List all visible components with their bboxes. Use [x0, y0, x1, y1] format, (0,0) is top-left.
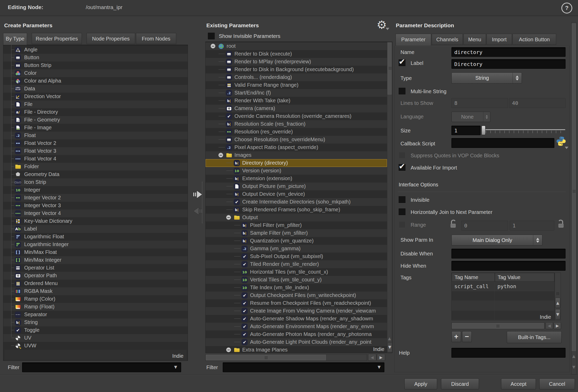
window-scroll-down-icon[interactable]: ▼ [572, 365, 575, 369]
param-type-geometry-data[interactable]: Geometry Data [3, 171, 188, 178]
param-type-integer-vector-2[interactable]: Integer Vector 2 [3, 194, 188, 202]
apply-button[interactable]: Apply [404, 379, 437, 389]
param-type-folder[interactable]: Folder [3, 163, 188, 171]
tree-hscroll-left-button[interactable]: ◀ [368, 354, 376, 361]
param-type-ramp-float[interactable]: Ramp (Float) [3, 303, 188, 311]
tree-row-auto-generate-environment-maps-render-any-envm[interactable]: ✔Auto-Generate Environment Maps (render_… [206, 323, 387, 330]
window-scroll-up-icon[interactable]: ▲ [572, 354, 575, 358]
discard-button[interactable]: Discard [441, 379, 479, 389]
tree-row-resolution-scale-res-fraction[interactable]: b|Resolution Scale (res_fraction) [206, 120, 387, 128]
tags-scroll-down-button[interactable]: ▼ [555, 309, 560, 320]
param-type-file-directory[interactable]: a/File - Directory [3, 108, 188, 116]
tree-row-root[interactable]: root [206, 42, 387, 50]
param-type-button-strip[interactable]: Button Strip [3, 62, 188, 69]
tree-row-sub-pixel-output-vm-subpixel[interactable]: ✔Sub-Pixel Output (vm_subpixel) [206, 253, 387, 260]
tree-row-create-intermediate-directories-soho-mkpath[interactable]: ✔Create Intermediate Directories (soho_m… [206, 198, 387, 206]
tree-row-extension-extension[interactable]: b|Extension (extension) [206, 175, 387, 183]
tree-row-quantization-vm-quantize[interactable]: b|Quantization (vm_quantize) [206, 237, 387, 245]
tree-row-pixel-aspect-ratio-aspect-override[interactable]: .2Pixel Aspect Ratio (aspect_override) [206, 144, 387, 151]
tags-hscrollbar-thumb[interactable] [452, 323, 544, 329]
tree-row-tiled-render-vm-tile-render[interactable]: ✔Tiled Render (vm_tile_render) [206, 260, 387, 268]
size-input[interactable] [451, 126, 481, 135]
collapse-icon[interactable] [218, 153, 223, 158]
tab-menu[interactable]: Menu [463, 34, 486, 45]
tag-remove-button[interactable]: − [462, 331, 472, 342]
tree-scroll-down-button[interactable]: ▼ [387, 343, 392, 352]
multiline-checkbox[interactable] [399, 88, 405, 94]
tags-header-tag-value[interactable]: Tag Value [495, 273, 554, 282]
label-checkbox[interactable] [399, 59, 405, 66]
param-type-icon-strip[interactable]: □△○Icon Strip [3, 178, 188, 186]
available-import-checkbox[interactable] [399, 164, 405, 171]
callback-input[interactable] [451, 138, 554, 148]
tree-row-output[interactable]: Output [206, 214, 387, 221]
param-type-angle[interactable]: Angle [3, 46, 188, 54]
tree-row-vertical-tiles-vm-tile-count-y[interactable]: 10Vertical Tiles (vm_tile_count_y) [206, 276, 387, 284]
tab-channels[interactable]: Channels [432, 34, 463, 45]
tree-row-auto-generate-photon-maps-render-any-photonma[interactable]: ✔Auto-Generate Photon Maps (render_any_p… [206, 330, 387, 338]
param-type-logarithmic-integer[interactable]: Logarithmic Integer [3, 241, 188, 248]
builtin-tags-button[interactable]: Built-in Tags... [507, 331, 562, 343]
horizontal-join-checkbox[interactable] [399, 208, 405, 215]
window-vscrollbar[interactable]: ▲ ▼ [571, 22, 576, 375]
param-type-operator-list[interactable]: Operator List [3, 264, 188, 272]
param-type-string[interactable]: b|String [3, 319, 188, 326]
cancel-button[interactable]: Cancel [539, 379, 575, 389]
tree-row-directory-directory[interactable]: b|Directory (directory) [206, 159, 387, 167]
tree-row-extra-image-planes[interactable]: Extra Image Planes [206, 346, 387, 353]
tree-row-sample-filter-vm-sfilter[interactable]: b|Sample Filter (vm_sfilter) [206, 229, 387, 237]
param-type-button[interactable]: Button [3, 54, 188, 62]
tree-row-tile-index-vm-tile-index[interactable]: 10Tile Index (vm_tile_index) [206, 284, 387, 292]
slider-handle[interactable] [482, 126, 485, 135]
accept-button[interactable]: Accept [501, 379, 536, 389]
tags-header-tag-name[interactable]: Tag Name [452, 273, 495, 282]
tree-row-version-version[interactable]: 10Version (version) [206, 167, 387, 175]
tree-row-auto-generate-shadow-maps-render-any-shadowm[interactable]: ✔Auto-Generate Shadow Maps (render_any_s… [206, 315, 387, 323]
param-type-float-vector-2[interactable]: Float Vector 2 [3, 139, 188, 147]
tree-row-render-to-mplay-renderpreview[interactable]: Render to MPlay (renderpreview) [206, 58, 387, 66]
tags-hscrollbar[interactable] [451, 322, 544, 329]
tree-row-pixel-filter-vm-pfilter[interactable]: b|Pixel Filter (vm_pfilter) [206, 221, 387, 229]
hide-when-input[interactable] [451, 261, 566, 271]
size-slider[interactable] [482, 125, 566, 136]
name-input[interactable] [451, 47, 566, 57]
tag-add-button[interactable]: + [451, 331, 461, 342]
tree-vscrollbar[interactable]: ▲ ▼ [387, 42, 392, 353]
settings-menu[interactable]: ⚙ [377, 19, 387, 31]
tab-render-properties[interactable]: Render Properties [32, 33, 82, 44]
move-left-arrow-icon[interactable] [192, 206, 203, 217]
tab-action-button[interactable]: Action Button [513, 34, 556, 45]
tree-row-choose-resolution-res-overridemenu[interactable]: Choose Resolution (res_overrideMenu) [206, 136, 387, 144]
param-type-file-image[interactable]: File - Image [3, 124, 188, 132]
window-vscrollbar-thumb[interactable] [572, 23, 576, 351]
param-type-float-vector-3[interactable]: Float Vector 3 [3, 147, 188, 155]
tag-cell-empty[interactable] [452, 301, 495, 310]
param-type-color[interactable]: Color [3, 69, 188, 77]
tree-row-gamma-vm-gamma[interactable]: .2Gamma (vm_gamma) [206, 245, 387, 253]
param-type-uvw[interactable]: ↘UVW [3, 342, 188, 350]
tree-row-valid-frame-range-trange[interactable]: Valid Frame Range (trange) [206, 81, 387, 89]
tags-hscroll-left-button[interactable]: ◀ [546, 322, 553, 329]
param-type-min-max-float[interactable]: [ ]Min/Max Float [3, 248, 188, 256]
tags-hscroll-right-button[interactable]: ▶ [554, 322, 561, 329]
param-type-ordered-menu[interactable]: Ordered Menu [3, 280, 188, 287]
show-invisible-checkbox[interactable] [208, 33, 215, 39]
tags-vscrollbar[interactable]: ▲ ▼ [555, 273, 561, 320]
param-type-float-vector-4[interactable]: Float Vector 4 [3, 155, 188, 163]
param-type-rgba-mask[interactable]: RGBA Mask [3, 287, 188, 295]
collapse-icon[interactable] [226, 215, 231, 220]
param-type-float[interactable]: .2Float [3, 132, 188, 139]
tree-row-render-with-take-take[interactable]: b|Render With Take (take) [206, 97, 387, 105]
tag-cell-empty[interactable] [495, 291, 554, 301]
tag-cell-empty[interactable] [452, 310, 495, 320]
range-max-lock-icon[interactable] [557, 219, 565, 229]
tree-row-resume-from-checkpoint-files-vm-readcheckpoint[interactable]: ✔Resume from Checkpoint Files (vm_readch… [206, 299, 387, 307]
tab-from-nodes[interactable]: From Nodes [136, 33, 176, 44]
tab-node-properties[interactable]: Node Properties [87, 33, 135, 44]
tree-hscroll-right-button[interactable]: ▶ [377, 354, 385, 361]
param-type-file[interactable]: File [3, 100, 188, 108]
help-input[interactable] [451, 348, 566, 358]
tree-scroll-up-icon[interactable]: ▲ [388, 337, 391, 341]
tree-row-auto-generate-light-point-clouds-render-any-point[interactable]: ✔Auto-Generate Light Point Clouds (rende… [206, 338, 387, 346]
tree-hscrollbar[interactable] [205, 354, 367, 361]
